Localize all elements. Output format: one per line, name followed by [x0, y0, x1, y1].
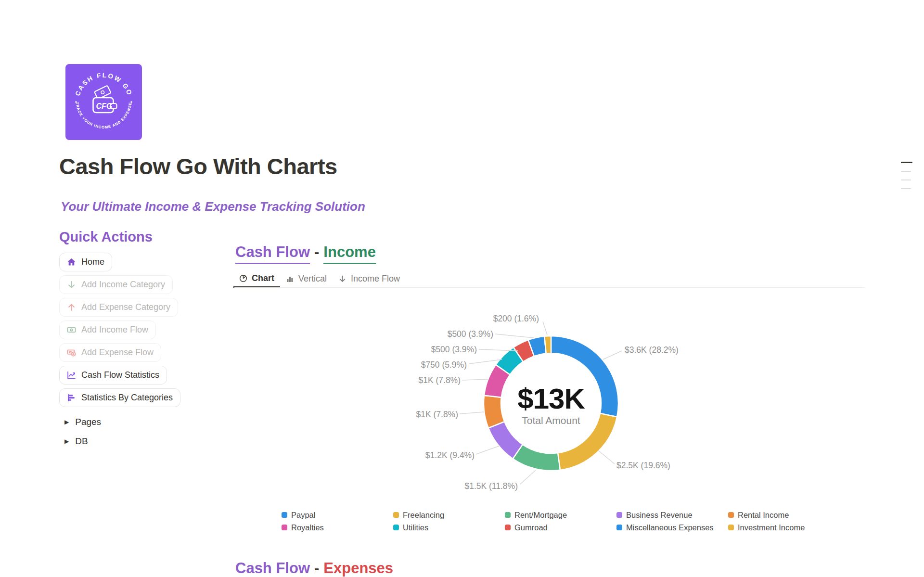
legend-item-utilities[interactable]: Utilities [393, 521, 505, 534]
legend-swatch-icon [616, 512, 622, 518]
expenses-title-expenses[interactable]: Expenses [323, 560, 393, 577]
toggle-pages[interactable]: ▶Pages [64, 415, 218, 429]
callout-freelancing: $2.5K (19.6%) [616, 461, 670, 471]
legend-item-business-revenue[interactable]: Business Revenue [616, 509, 728, 521]
legend-item-freelancing[interactable]: Freelancing [393, 509, 505, 521]
callout-gumroad: $500 (3.9%) [431, 345, 477, 355]
chart-legend: PaypalFreelancingRent/MortgageBusiness R… [282, 509, 840, 534]
legend-label: Rental Income [738, 511, 789, 520]
legend-item-gumroad[interactable]: Gumroad [505, 521, 616, 534]
legend-item-rent-mortgage[interactable]: Rent/Mortgage [505, 509, 616, 521]
quick-action-add-income-flow[interactable]: Add Income Flow [59, 321, 156, 339]
quick-action-add-expense-category[interactable]: Add Expense Category [59, 298, 178, 317]
callout-royalties: $1K (7.8%) [418, 375, 461, 385]
toc-line-active[interactable] [901, 162, 912, 163]
legend-label: Business Revenue [626, 511, 693, 520]
chart-total-value: $13K [517, 382, 584, 415]
toc-line[interactable] [901, 171, 911, 172]
callout-business-revenue: $1.2K (9.4%) [425, 450, 475, 461]
callout-leader-line [460, 412, 484, 414]
tab-chart[interactable]: Chart [233, 270, 280, 288]
callout-rent-mortgage: $1.5K (11.8%) [464, 481, 518, 491]
bar-chart-icon [67, 393, 76, 402]
toggle-list: ▶Pages▶DB [59, 415, 218, 448]
legend-label: Utilities [403, 523, 428, 532]
tab-label: Vertical [298, 274, 327, 284]
quick-actions-list: HomeAdd Income CategoryAdd Expense Categ… [59, 253, 218, 407]
quick-action-label: Add Income Flow [81, 325, 148, 335]
arrow-down-icon [338, 275, 346, 283]
callout-rental-income: $1K (7.8%) [416, 410, 458, 420]
tabs-divider [234, 287, 865, 288]
quick-action-home[interactable]: Home [59, 253, 112, 271]
legend-swatch-icon [505, 525, 511, 530]
expenses-title-separator: - [310, 560, 323, 577]
legend-swatch-icon [728, 525, 734, 530]
triangle-right-icon[interactable]: ▶ [64, 438, 69, 444]
slice-investment-income[interactable] [544, 336, 551, 354]
legend-swatch-icon [505, 512, 511, 518]
toggle-db[interactable]: ▶DB [64, 434, 218, 448]
home-icon [67, 257, 76, 267]
legend-swatch-icon [393, 525, 399, 530]
page-subtitle: Your Ultimate Income & Expense Tracking … [61, 199, 365, 214]
legend-item-paypal[interactable]: Paypal [282, 509, 393, 521]
banknote-icon [67, 325, 76, 334]
legend-label: Paypal [291, 511, 315, 520]
tab-vertical[interactable]: Vertical [280, 270, 333, 288]
tab-label: Income Flow [351, 274, 400, 284]
callout-investment-income: $200 (1.6%) [493, 314, 539, 324]
income-section-title: Cash Flow-Income [235, 244, 376, 261]
arrow-down-icon [67, 280, 76, 289]
page: CASH FLOW GO TRACK YOUR INCOME AND EXPEN… [0, 0, 924, 577]
banknote-refund-icon [67, 348, 76, 357]
legend-item-miscellaneous-expenses[interactable]: Miscellaneous Expenses [616, 521, 728, 534]
quick-action-cash-flow-statistics[interactable]: Cash Flow Statistics [59, 366, 167, 385]
legend-label: Freelancing [403, 511, 444, 520]
legend-swatch-icon [282, 512, 287, 518]
app-logo-icon: CASH FLOW GO TRACK YOUR INCOME AND EXPEN… [65, 64, 142, 140]
legend-item-rental-income[interactable]: Rental Income [728, 509, 840, 521]
quick-action-label: Add Expense Flow [81, 347, 154, 358]
callout-leader-line [495, 334, 534, 338]
legend-swatch-icon [393, 512, 399, 518]
quick-action-add-income-category[interactable]: Add Income Category [59, 275, 173, 294]
triangle-right-icon[interactable]: ▶ [64, 419, 69, 425]
svg-text:CFG: CFG [96, 102, 113, 110]
callout-leader-line [598, 450, 615, 464]
income-title-separator: - [310, 244, 323, 260]
slice-rental-income[interactable] [484, 396, 504, 428]
legend-label: Investment Income [738, 523, 805, 532]
callout-leader-line [462, 379, 488, 380]
legend-item-royalties[interactable]: Royalties [282, 521, 393, 534]
toc-indicator[interactable] [899, 162, 914, 197]
tab-label: Chart [252, 273, 274, 283]
expenses-title-cashflow[interactable]: Cash Flow [235, 560, 310, 577]
toc-line[interactable] [901, 180, 911, 180]
expenses-section-title: Cash Flow-Expenses [235, 560, 393, 577]
callout-miscellaneous-expenses: $500 (3.9%) [448, 329, 493, 339]
quick-action-label: Add Expense Category [81, 302, 170, 312]
legend-item-investment-income[interactable]: Investment Income [728, 521, 840, 534]
quick-action-label: Add Income Category [81, 280, 165, 290]
tab-income-flow[interactable]: Income Flow [333, 270, 406, 288]
quick-action-statistics-by-categories[interactable]: Statistics By Categories [59, 388, 180, 407]
legend-swatch-icon [728, 512, 734, 518]
toggle-label: DB [75, 436, 88, 447]
toc-line[interactable] [901, 188, 911, 189]
quick-action-label: Statistics By Categories [81, 393, 173, 403]
toggle-label: Pages [75, 417, 101, 427]
quick-action-add-expense-flow[interactable]: Add Expense Flow [59, 343, 161, 362]
income-title-cashflow[interactable]: Cash Flow [235, 244, 310, 264]
legend-label: Gumroad [514, 523, 548, 532]
legend-label: Miscellaneous Expenses [626, 523, 714, 532]
callout-leader-line [543, 321, 547, 335]
page-title: Cash Flow Go With Charts [59, 153, 337, 180]
income-title-income[interactable]: Income [323, 244, 376, 264]
quick-action-label: Cash Flow Statistics [81, 370, 159, 380]
arrow-up-icon [67, 303, 76, 312]
legend-label: Royalties [291, 523, 324, 532]
line-chart-icon [67, 371, 76, 380]
callout-leader-line [520, 470, 536, 485]
quick-actions-panel: Quick Actions HomeAdd Income CategoryAdd… [59, 229, 218, 448]
